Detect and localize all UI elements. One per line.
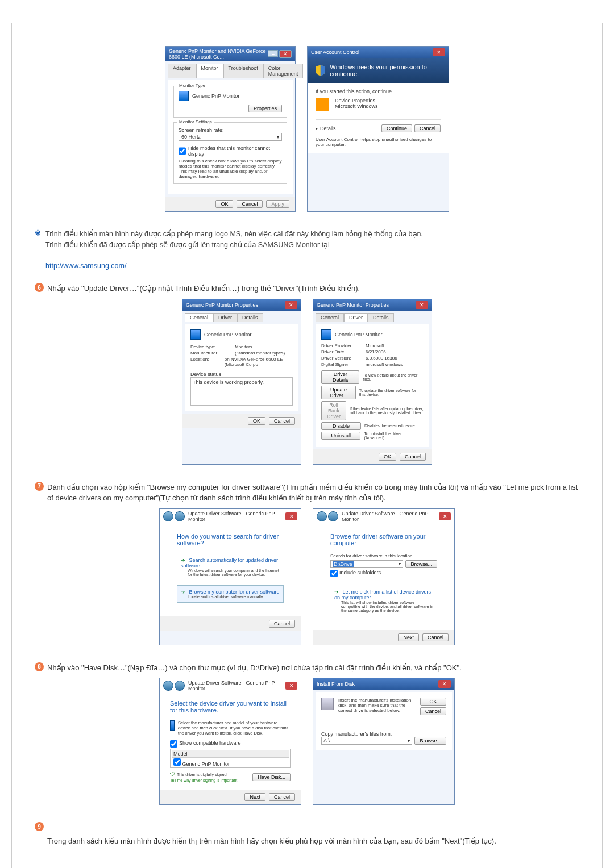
mfr-value: (Standard monitor types)	[235, 350, 285, 356]
properties-button[interactable]: Properties	[248, 105, 282, 112]
minimize-icon[interactable]: ‒	[268, 50, 278, 57]
tab-driver[interactable]: Driver	[213, 313, 237, 322]
cancel-button[interactable]: Cancel	[237, 200, 263, 208]
tab-monitor[interactable]: Monitor	[196, 64, 223, 78]
tab-adapter[interactable]: Adapter	[168, 64, 196, 78]
row-4: Update Driver Software - Generic PnP Mon…	[35, 678, 579, 805]
model-item-checkbox[interactable]	[173, 758, 181, 766]
tell-me-link[interactable]: Tell me why driver signing is important	[170, 778, 237, 782]
chevron-down-icon[interactable]: ▾	[316, 126, 318, 131]
back-icon[interactable]	[163, 511, 173, 521]
forward-icon[interactable]	[175, 511, 185, 521]
hide-modes-checkbox[interactable]	[179, 145, 186, 157]
uac-started-line: If you started this action, continue.	[316, 89, 441, 94]
props-driver-titlebar: Generic PnP Monitor Properties ✕	[313, 299, 432, 311]
driver-details-button[interactable]: Driver Details	[321, 370, 359, 384]
uac-details[interactable]: Details	[320, 126, 336, 131]
signer-value: microsoft windows	[366, 362, 403, 367]
refresh-value: 60 Hertz	[181, 134, 201, 140]
cancel-button[interactable]: Cancel	[269, 793, 295, 801]
uninstall-desc: To uninstall the driver (Advanced).	[364, 432, 424, 440]
monitor-icon	[190, 329, 201, 340]
path-input[interactable]: D:\Drive ▾	[330, 560, 403, 568]
tab-general[interactable]: General	[185, 313, 213, 322]
loc-value: on NVIDIA GeForce 6600 LE (Microsoft Cor…	[225, 357, 293, 367]
samsung-link[interactable]: http://www.samsung.com/	[45, 262, 126, 270]
wiz1-opt2[interactable]: ➔ Browse my computer for driver software…	[177, 585, 284, 603]
close-icon[interactable]: ✕	[285, 512, 297, 520]
tab-troubleshoot[interactable]: Troubleshoot	[223, 64, 263, 78]
props-general-body: Generic PnP Monitor Device type:Monitors…	[185, 324, 298, 411]
copy-path-input[interactable]: A:\ ▾	[321, 737, 412, 745]
disk-icon	[321, 698, 334, 710]
device-name: Generic PnP Monitor	[204, 332, 251, 337]
step-badge-9: 9	[35, 822, 44, 831]
tab-general[interactable]: General	[316, 313, 344, 322]
props-driver-title: Generic PnP Monitor Properties	[317, 302, 389, 308]
wiz2-opt[interactable]: ➔ Let me pick from a list of device driv…	[330, 585, 437, 616]
row-3: Update Driver Software - Generic PnP Mon…	[35, 508, 579, 645]
signer-label: Digital Signer:	[321, 362, 360, 367]
wiz1-opt1[interactable]: ➔ Search automatically for updated drive…	[177, 553, 284, 581]
cancel-button[interactable]: Cancel	[269, 417, 295, 425]
cancel-button[interactable]: Cancel	[400, 453, 426, 461]
note-marker-icon: ※	[35, 229, 41, 272]
install-from-disk-dialog: Install From Disk ✕ Insert the manufactu…	[313, 678, 455, 805]
close-icon[interactable]: ✕	[285, 301, 297, 309]
back-icon[interactable]	[163, 681, 173, 691]
browse-button[interactable]: Browse...	[414, 737, 446, 745]
cancel-button[interactable]: Cancel	[414, 124, 441, 132]
tab-driver[interactable]: Driver	[344, 313, 368, 322]
model-list[interactable]: Model Generic PnP Monitor	[170, 749, 291, 768]
uac-titlebar: User Account Control ✕	[308, 47, 449, 58]
cancel-button[interactable]: Cancel	[420, 707, 446, 715]
show-compat-checkbox[interactable]	[170, 740, 177, 748]
row-2: Generic PnP Monitor Properties ✕ General…	[35, 299, 579, 465]
uac-header: Windows needs your permission to contion…	[308, 58, 449, 83]
step-9: 9	[35, 822, 579, 831]
wiz1-opt1-title: Search automatically for updated driver …	[181, 557, 278, 569]
devtype-value: Monitors	[235, 344, 252, 349]
ok-button[interactable]: OK	[215, 200, 233, 208]
wiz2-breadcrumb: Update Driver Software - Generic PnP Mon…	[342, 511, 439, 522]
forward-icon[interactable]	[328, 511, 338, 521]
disable-button[interactable]: Disable	[321, 422, 361, 430]
wiz1-breadcrumb: Update Driver Software - Generic PnP Mon…	[188, 511, 285, 522]
continue-button[interactable]: Continue	[381, 124, 412, 132]
close-icon[interactable]: ✕	[438, 680, 451, 688]
next-button[interactable]: Next	[244, 793, 265, 801]
next-button[interactable]: Next	[398, 633, 419, 641]
tab-color-management[interactable]: Color Management	[263, 64, 304, 78]
arrow-icon: ➔	[334, 589, 339, 595]
ok-button[interactable]: OK	[248, 417, 265, 425]
install-disk-title: Install From Disk	[317, 681, 355, 687]
props-general-title: Generic PnP Monitor Properties	[186, 302, 258, 308]
close-icon[interactable]: ✕	[279, 50, 292, 58]
include-sub-checkbox[interactable]	[330, 570, 338, 577]
update-driver-button[interactable]: Update Driver...	[321, 386, 356, 399]
close-icon[interactable]: ✕	[285, 682, 297, 690]
refresh-rate-dropdown[interactable]: 60 Hertz ▾	[179, 133, 282, 141]
props-driver-footer: OK Cancel	[313, 449, 432, 464]
ok-button[interactable]: OK	[420, 698, 446, 706]
wiz3-heading: Select the device driver you want to ins…	[170, 700, 291, 713]
back-icon[interactable]	[317, 511, 327, 521]
apply-button[interactable]: Apply	[266, 200, 289, 208]
tab-details[interactable]: Details	[368, 313, 394, 322]
page-container: Generic PnP Monitor and NVIDIA GeForce 6…	[11, 23, 603, 868]
rollback-driver-button[interactable]: Roll Back Driver	[321, 401, 346, 420]
cancel-button[interactable]: Cancel	[269, 620, 295, 628]
install-disk-titlebar: Install From Disk ✕	[313, 678, 454, 690]
have-disk-button[interactable]: Have Disk...	[252, 773, 291, 781]
cancel-button[interactable]: Cancel	[422, 633, 449, 641]
close-icon[interactable]: ✕	[439, 512, 451, 520]
browse-button[interactable]: Browse...	[405, 560, 437, 568]
close-icon[interactable]: ✕	[433, 48, 445, 56]
wiz2-footer: Next Cancel	[313, 630, 454, 645]
arrow-icon: ➔	[181, 589, 185, 595]
ok-button[interactable]: OK	[379, 453, 396, 461]
tab-details[interactable]: Details	[237, 313, 263, 322]
forward-icon[interactable]	[175, 681, 185, 691]
close-icon[interactable]: ✕	[416, 301, 428, 309]
uninstall-button[interactable]: Uninstall	[321, 432, 360, 440]
